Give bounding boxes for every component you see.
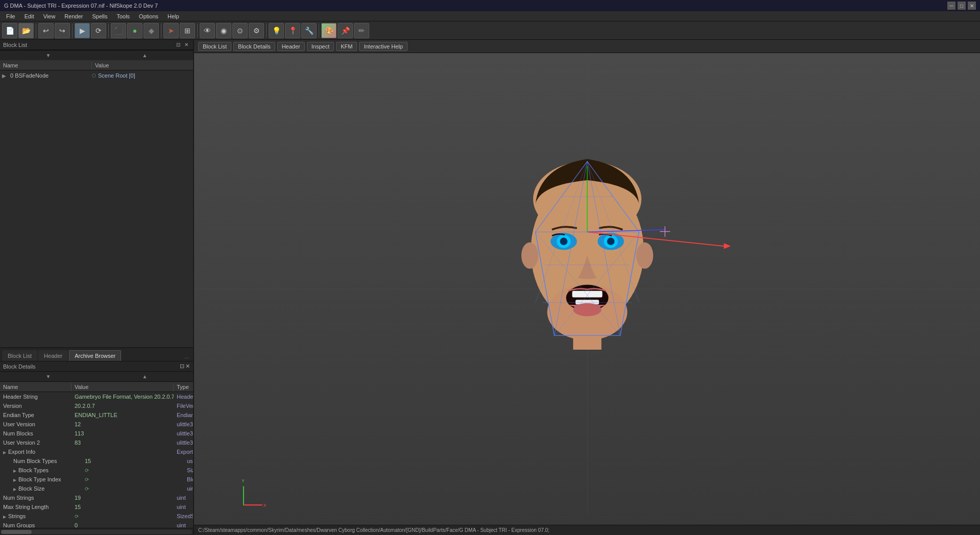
toolbar-color[interactable]: 🎨 bbox=[321, 23, 337, 38]
menu-view[interactable]: View bbox=[39, 12, 60, 20]
toolbar-eye2[interactable]: ◉ bbox=[216, 23, 231, 38]
toolbar-inspect[interactable]: Inspect bbox=[307, 42, 334, 51]
block-list-close-icon[interactable]: ✕ bbox=[183, 41, 190, 48]
toolbar-sep-4 bbox=[161, 23, 161, 38]
bd-row-user-version[interactable]: User Version 12 ulittle32 bbox=[0, 420, 193, 429]
refresh-icon-block-types[interactable]: ⟳ bbox=[85, 468, 89, 473]
refresh-icon-block-type-index[interactable]: ⟳ bbox=[85, 477, 89, 482]
toolbar-light3[interactable]: 🔧 bbox=[301, 23, 317, 38]
bd-value-num-block-types: 15 bbox=[82, 457, 184, 465]
bd-row-block-size[interactable]: Block Size ⟳ uint bbox=[0, 484, 193, 493]
toolbar-marker[interactable]: 📌 bbox=[338, 23, 353, 38]
block-list-row[interactable]: ▶ 0 BSFadeNode ⬡ Scene Root [0] bbox=[0, 70, 193, 81]
bd-row-header-string[interactable]: Header String Gamebryo File Format, Vers… bbox=[0, 392, 193, 401]
bd-row-version[interactable]: Version 20.2.0.7 FileVersi bbox=[0, 401, 193, 410]
toolbar-block-list[interactable]: Block List bbox=[198, 42, 231, 51]
maximize-button[interactable]: □ bbox=[958, 2, 966, 10]
right-iris bbox=[607, 237, 615, 245]
bd-row-strings[interactable]: Strings ⟳ SizedStri bbox=[0, 512, 193, 521]
main-layout: Block List ⊡ ✕ ▼ ▲ Name Value ▶ 0 BSFade… bbox=[0, 40, 980, 535]
toolbar-arrow[interactable]: ➤ bbox=[163, 23, 179, 38]
block-list-content[interactable]: ▶ 0 BSFadeNode ⬡ Scene Root [0] bbox=[0, 70, 193, 347]
close-button[interactable]: ✕ bbox=[968, 2, 976, 10]
toolbar-select[interactable]: ▶ bbox=[75, 23, 90, 38]
toolbar-grid[interactable]: ⊞ bbox=[180, 23, 195, 38]
refresh-icon-strings[interactable]: ⟳ bbox=[75, 514, 79, 519]
hscroll-thumb[interactable] bbox=[1, 530, 32, 534]
toolbar-redo[interactable]: ↪ bbox=[55, 23, 70, 38]
block-details-resize-icon[interactable]: ⊡ bbox=[180, 363, 184, 370]
menu-file[interactable]: File bbox=[2, 12, 19, 20]
bd-type-export-info: ExportIn bbox=[174, 448, 193, 455]
scroll-up-btn[interactable]: ▼ bbox=[0, 51, 97, 60]
block-list-resize-icon[interactable]: ⊡ bbox=[175, 41, 182, 48]
menu-edit[interactable]: Edit bbox=[20, 12, 38, 20]
bd-row-num-groups[interactable]: Num Groups 0 uint bbox=[0, 521, 193, 528]
block-details-close-icon[interactable]: ✕ bbox=[185, 363, 190, 370]
bd-row-block-type-index[interactable]: Block Type Index ⟳ BlockTy bbox=[0, 475, 193, 484]
bd-row-max-string-length[interactable]: Max String Length 15 uint bbox=[0, 502, 193, 512]
bd-row-user-version-2[interactable]: User Version 2 83 ulittle32 bbox=[0, 438, 193, 447]
bd-row-num-strings[interactable]: Num Strings 19 uint bbox=[0, 493, 193, 502]
menu-options[interactable]: Options bbox=[135, 12, 162, 20]
bd-row-num-block-types[interactable]: Num Block Types 15 ushort bbox=[0, 456, 193, 466]
toolbar-block-details[interactable]: Block Details bbox=[233, 42, 275, 51]
bd-name-user-version: User Version bbox=[0, 421, 71, 428]
block-details-header-controls: ⊡ ✕ bbox=[180, 363, 190, 370]
block-details-columns: Name Value Type bbox=[0, 382, 193, 392]
bd-row-block-types[interactable]: Block Types ⟳ SizedStri bbox=[0, 466, 193, 475]
minimize-button[interactable]: ─ bbox=[947, 2, 955, 10]
bd-row-num-blocks[interactable]: Num Blocks 113 ulittle32 bbox=[0, 429, 193, 438]
toolbar-shape3[interactable]: ◆ bbox=[144, 23, 159, 38]
toolbar-eye3[interactable]: ⊙ bbox=[232, 23, 248, 38]
bd-name-num-blocks: Num Blocks bbox=[0, 430, 71, 437]
bd-row-endian-type[interactable]: Endian Type ENDIAN_LITTLE EndianT bbox=[0, 410, 193, 420]
face-model-svg: X Y bbox=[194, 53, 980, 525]
bd-col-name-header: Name bbox=[0, 383, 71, 391]
bd-value-num-groups: 0 bbox=[71, 522, 174, 528]
axis-x-label: X bbox=[264, 503, 267, 508]
toolbar-header[interactable]: Header bbox=[277, 42, 305, 51]
menu-tools[interactable]: Tools bbox=[112, 12, 134, 20]
tab-header[interactable]: Header bbox=[38, 350, 68, 361]
toolbar-move[interactable]: ⟳ bbox=[91, 23, 106, 38]
title-text: G DMA - Subject TRI - Expression 07.nif … bbox=[4, 3, 158, 9]
block-details-content[interactable]: Header String Gamebryo File Format, Vers… bbox=[0, 392, 193, 528]
bd-value-user-version: 12 bbox=[71, 421, 174, 428]
menu-spells[interactable]: Spells bbox=[88, 12, 111, 20]
toolbar-settings[interactable]: ⚙ bbox=[249, 23, 264, 38]
toolbar-light1[interactable]: 💡 bbox=[269, 23, 284, 38]
menu-render[interactable]: Render bbox=[60, 12, 87, 20]
tab-bar: Block List Header Archive Browser ⋯ bbox=[0, 348, 193, 361]
toolbar-kfm[interactable]: KFM bbox=[336, 42, 357, 51]
block-list-header: Block List ⊡ ✕ bbox=[0, 40, 193, 50]
viewport[interactable]: Block List Block Details Header Inspect … bbox=[194, 40, 980, 535]
toolbar-sphere[interactable]: ● bbox=[127, 23, 142, 38]
scroll-down-btn[interactable]: ▲ bbox=[97, 51, 193, 60]
bd-value-block-types: ⟳ bbox=[82, 467, 184, 474]
toolbar-interactive-help[interactable]: Interactive Help bbox=[359, 42, 407, 51]
toolbar-undo[interactable]: ↩ bbox=[38, 23, 54, 38]
bd-col-type-header: Type bbox=[174, 383, 193, 391]
bd-name-num-strings: Num Strings bbox=[0, 494, 71, 501]
left-hscroll[interactable] bbox=[0, 528, 193, 535]
toolbar-open[interactable]: 📂 bbox=[18, 23, 34, 38]
toolbar-cube[interactable]: ⬛ bbox=[111, 23, 126, 38]
tab-archive-browser[interactable]: Archive Browser bbox=[69, 350, 121, 361]
toolbar-new[interactable]: 📄 bbox=[2, 23, 17, 38]
bd-name-block-types: Block Types bbox=[10, 467, 82, 474]
toolbar-light2[interactable]: 📍 bbox=[285, 23, 300, 38]
bd-value-version: 20.2.0.7 bbox=[71, 402, 174, 409]
bd-scroll-down-btn[interactable]: ▼ bbox=[0, 372, 97, 381]
toolbar-pen[interactable]: ✏ bbox=[354, 23, 369, 38]
toolbar-eye[interactable]: 👁 bbox=[200, 23, 215, 38]
bd-name-export-info: Export Info bbox=[0, 448, 71, 455]
menu-help[interactable]: Help bbox=[163, 12, 183, 20]
tab-block-list[interactable]: Block List bbox=[2, 350, 37, 361]
bd-type-num-blocks: ulittle32 bbox=[174, 430, 193, 437]
refresh-icon-block-size[interactable]: ⟳ bbox=[85, 486, 89, 492]
bd-scroll-up-btn[interactable]: ▲ bbox=[97, 372, 193, 381]
bd-row-export-info[interactable]: Export Info ExportIn bbox=[0, 447, 193, 456]
bd-type-header-string: HeaderS bbox=[174, 393, 193, 400]
block-list-title: Block List bbox=[3, 42, 27, 48]
